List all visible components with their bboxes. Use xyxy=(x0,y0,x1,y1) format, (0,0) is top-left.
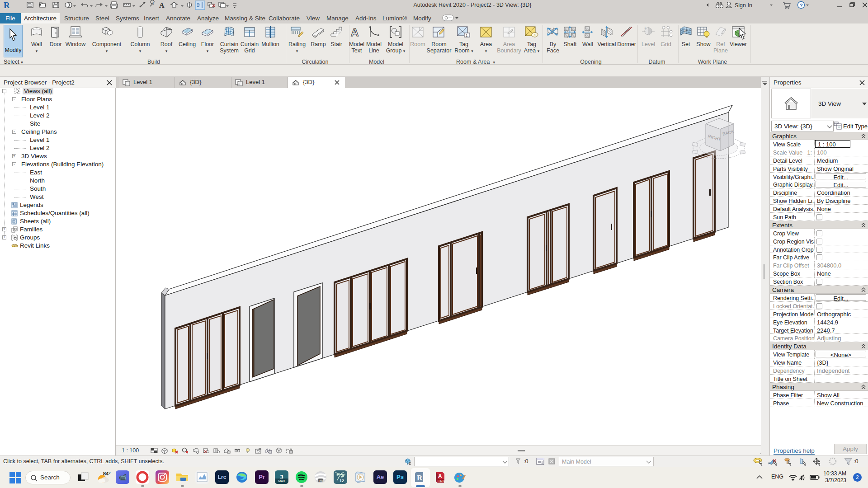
svg-text:1: 1 xyxy=(644,26,646,29)
svg-text:CAD: CAD xyxy=(438,479,444,483)
svg-text:R: R xyxy=(4,0,10,10)
svg-text:1: 1 xyxy=(534,33,536,37)
svg-text:A: A xyxy=(351,26,359,38)
svg-text:Pro: Pro xyxy=(319,479,323,482)
svg-text:1: 1 xyxy=(466,33,468,38)
svg-text:Sign In: Sign In xyxy=(735,2,752,9)
svg-text:?: ? xyxy=(800,3,803,8)
svg-text:R: R xyxy=(417,474,423,482)
svg-text:12: 12 xyxy=(340,479,344,483)
svg-text:84°: 84° xyxy=(103,471,111,476)
svg-text:A: A xyxy=(438,473,442,479)
